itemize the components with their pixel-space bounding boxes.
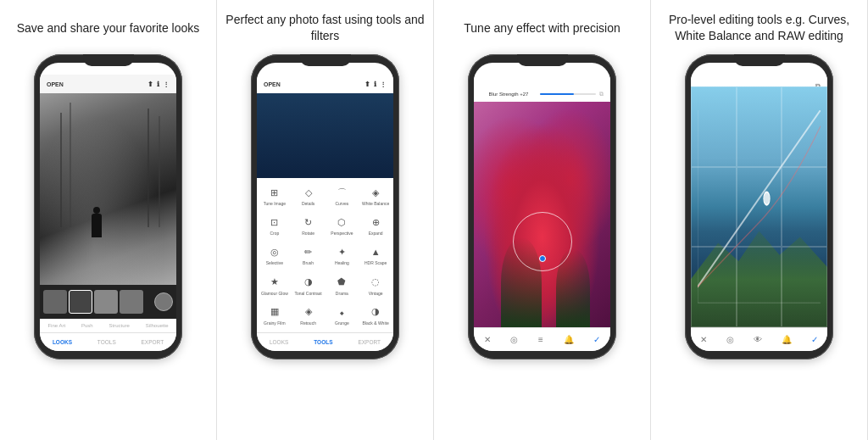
tool-curves[interactable]: ⌒ Curves — [326, 181, 359, 209]
tune-icon: ⊞ — [267, 185, 282, 200]
confirm-icon[interactable]: ✓ — [593, 335, 600, 344]
perspective-icon: ⬡ — [334, 214, 349, 230]
tool-retouch[interactable]: ◈ Retouch — [292, 301, 325, 329]
hdr-label: HDR Scape — [364, 260, 387, 265]
phone-2-notch — [300, 54, 351, 66]
eye-icon-4[interactable]: 👁 — [754, 335, 762, 344]
tool-grainy[interactable]: ▦ Grainy Film — [259, 301, 291, 329]
curves-icon: ⌒ — [334, 185, 349, 200]
selection-dot — [539, 255, 546, 262]
bottom-tools[interactable]: TOOLS — [97, 339, 116, 345]
open-label: OPEN — [47, 81, 64, 87]
panel-3-title: Tune any effect with precision — [464, 10, 620, 46]
share-icon: ⬆ — [147, 81, 153, 88]
tool-brush[interactable]: ✏ Brush — [292, 241, 325, 269]
tool-drama[interactable]: ⬟ Drama — [326, 271, 359, 299]
topbar-icons: ⬆ ℹ ⋮ — [147, 81, 170, 88]
brush-label: Brush — [303, 260, 314, 265]
healing-label: Healing — [335, 260, 349, 265]
phone-3-image — [474, 102, 610, 327]
tool-details[interactable]: ◇ Details — [292, 181, 325, 209]
list-icon[interactable]: ≡ — [538, 335, 543, 344]
slider-bar: Blur Strength +27 ⧉ — [474, 86, 610, 102]
panel-1: Save and share your favorite looks OPEN … — [0, 0, 217, 440]
phone-1-topbar: OPEN ⬆ ℹ ⋮ — [40, 75, 176, 93]
circle-selector[interactable] — [513, 212, 572, 271]
phone-1-bottombar: LOOKS TOOLS EXPORT — [40, 332, 176, 351]
expand-icon: ⊕ — [368, 214, 383, 230]
tool-tonal[interactable]: ◑ Tonal Contrast — [292, 271, 325, 299]
tool-perspective[interactable]: ⬡ Perspective — [326, 211, 359, 239]
svg-point-3 — [764, 192, 770, 205]
tool-grunge[interactable]: ⬥ Grunge — [326, 301, 359, 329]
panel-4: Pro-level editing tools e.g. Curves, Whi… — [651, 0, 868, 440]
tool-glamour[interactable]: ★ Glamour Glow — [259, 271, 291, 299]
tool-vintage[interactable]: ◌ Vintage — [359, 271, 392, 299]
building-3 — [147, 109, 149, 227]
phone-3-notch — [517, 54, 568, 66]
filter-icon-4[interactable]: ◎ — [726, 335, 734, 344]
share-icon-2: ⬆ — [364, 81, 370, 88]
rotate-icon: ↻ — [301, 214, 316, 230]
phone-1-notch — [83, 54, 134, 66]
tool-hdr[interactable]: ▲ HDR Scape — [359, 241, 392, 269]
tool-tune[interactable]: ⊞ Tune Image — [259, 181, 291, 209]
label-push: Push — [81, 323, 93, 328]
slider-label: Blur Strength +27 — [481, 92, 537, 97]
bell-icon[interactable]: 🔔 — [564, 335, 574, 344]
confirm-icon-4[interactable]: ✓ — [811, 335, 818, 344]
thumb-4[interactable] — [120, 290, 143, 314]
tool-wb[interactable]: ◈ White Balance — [359, 181, 392, 209]
info-icon-2: ℹ — [374, 81, 376, 88]
bottom-tools-2[interactable]: TOOLS — [314, 339, 332, 345]
retouch-icon: ◈ — [301, 304, 316, 320]
thumb-2[interactable] — [69, 290, 92, 314]
curves-label: Curves — [335, 201, 348, 206]
grunge-icon: ⬥ — [334, 304, 349, 320]
grunge-label: Grunge — [335, 320, 349, 326]
cancel-icon[interactable]: ✕ — [484, 335, 491, 344]
tool-crop[interactable]: ⊡ Crop — [259, 211, 291, 239]
phone-4-image — [691, 86, 827, 327]
tool-bw[interactable]: ◑ Black & White — [359, 301, 392, 329]
tune-label: Tune Image — [264, 201, 287, 206]
vintage-icon: ◌ — [368, 275, 383, 290]
bw-icon: ◑ — [368, 304, 383, 320]
bottom-looks-2[interactable]: LOOKS — [270, 339, 288, 345]
thumb-3[interactable] — [94, 290, 118, 314]
cancel-icon-4[interactable]: ✕ — [700, 335, 707, 344]
thumb-circle[interactable] — [154, 292, 173, 311]
phone-1-screen: OPEN ⬆ ℹ ⋮ — [40, 63, 176, 351]
phone-3-topbar — [474, 75, 610, 86]
filter-icon[interactable]: ◎ — [510, 335, 518, 344]
slider-track[interactable] — [540, 93, 596, 95]
tonal-icon: ◑ — [301, 275, 316, 290]
phone-1: OPEN ⬆ ℹ ⋮ — [34, 54, 182, 359]
phone-2-screen: OPEN ⬆ ℹ ⋮ ⊞ Tune Image ◇ Details — [257, 63, 393, 351]
bottom-export-2[interactable]: EXPORT — [358, 339, 381, 345]
grainy-icon: ▦ — [267, 304, 282, 320]
vintage-label: Vintage — [369, 291, 383, 296]
tool-selective[interactable]: ◎ Selective — [259, 241, 291, 269]
details-icon: ◇ — [301, 185, 316, 200]
tool-expand[interactable]: ⊕ Expand — [359, 211, 392, 239]
tools-grid: ⊞ Tune Image ◇ Details ⌒ Curves ◈ White … — [257, 178, 393, 332]
glamour-icon: ★ — [267, 275, 282, 290]
slider-fill — [540, 93, 574, 95]
details-label: Details — [302, 201, 314, 206]
bottom-looks[interactable]: LOOKS — [53, 339, 72, 345]
info-icon: ℹ — [157, 81, 159, 88]
thumb-1[interactable] — [43, 290, 67, 314]
grainy-label: Grainy Film — [264, 320, 286, 326]
phone-2-topbar: OPEN ⬆ ℹ ⋮ — [257, 75, 393, 93]
expand-label: Expand — [369, 231, 383, 236]
thumbnail-strip — [40, 285, 176, 319]
tool-healing[interactable]: ✦ Healing — [326, 241, 359, 269]
phone-2-image — [257, 93, 393, 178]
bottom-export[interactable]: EXPORT — [142, 339, 164, 345]
phone-4-screen: ⧉ — [691, 63, 827, 351]
tool-rotate[interactable]: ↻ Rotate — [292, 211, 325, 239]
more-icon-2: ⋮ — [380, 81, 387, 88]
building-1 — [60, 113, 62, 228]
bell-icon-4[interactable]: 🔔 — [782, 335, 792, 344]
